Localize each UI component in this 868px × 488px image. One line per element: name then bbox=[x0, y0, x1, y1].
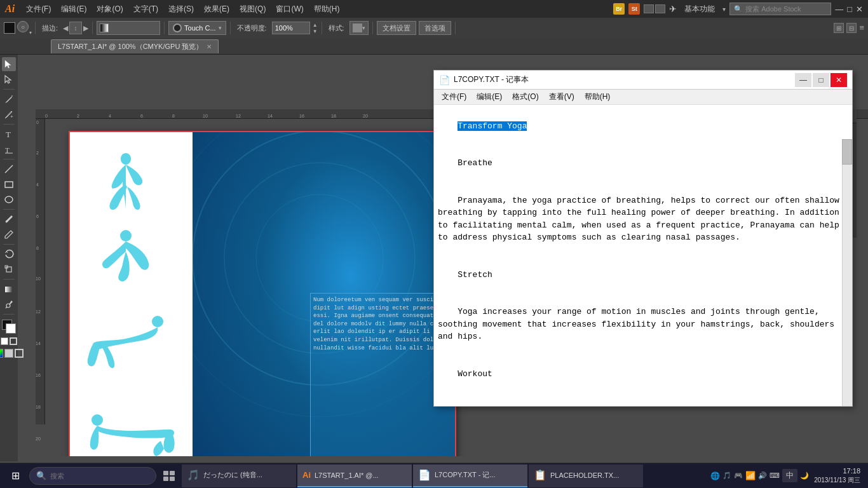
notepad-maximize-button[interactable]: □ bbox=[813, 73, 829, 87]
more-options-icon[interactable]: ≡ bbox=[859, 23, 864, 33]
color-boxes[interactable] bbox=[2, 320, 16, 334]
menu-window[interactable]: 窗口(W) bbox=[272, 3, 307, 16]
taskbar-app-notepad[interactable]: 📄 L7COPY.TXT - 记... bbox=[413, 464, 527, 487]
notepad-minimize-button[interactable]: — bbox=[795, 73, 811, 87]
notepad-window: 📄 L7COPY.TXT - 记事本 — □ ✕ 文件(F) 编辑(E) 格式(… bbox=[433, 70, 853, 407]
notepad-content[interactable]: Transform Yoga Breathe Pranayama, the yo… bbox=[434, 105, 852, 406]
tray-icon-6[interactable]: ⌨ bbox=[770, 471, 780, 480]
svg-point-6 bbox=[5, 196, 13, 203]
add-anchor-tool[interactable]: + bbox=[2, 107, 16, 121]
gradient-fill[interactable] bbox=[97, 21, 160, 35]
start-button[interactable]: ⊞ bbox=[3, 464, 28, 487]
panel-toggle-1[interactable]: ⊞ bbox=[834, 23, 844, 33]
show-desktop-button[interactable] bbox=[862, 464, 865, 487]
eyedropper-tool[interactable] bbox=[2, 297, 16, 311]
ruler-left: 0 2 4 6 8 10 12 14 16 18 20 bbox=[36, 119, 45, 424]
taskbar-app-placeholder[interactable]: 📋 PLACEHOLDER.TX... bbox=[529, 464, 643, 487]
svg-line-4 bbox=[5, 165, 13, 173]
svg-rect-7 bbox=[6, 267, 11, 272]
menu-file[interactable]: 文件(F) bbox=[22, 3, 55, 16]
fill-color-box[interactable] bbox=[4, 22, 15, 34]
menu-effect[interactable]: 效果(E) bbox=[200, 3, 233, 16]
opacity-stepper[interactable]: ▲ ▼ bbox=[313, 22, 318, 34]
style-box[interactable]: ▾ bbox=[349, 21, 369, 35]
text-tool[interactable]: T bbox=[2, 127, 16, 141]
menu-help[interactable]: 帮助(H) bbox=[310, 3, 344, 16]
pen-tool[interactable] bbox=[2, 92, 16, 106]
gradient-tool[interactable] bbox=[2, 282, 16, 296]
layout-buttons[interactable] bbox=[644, 4, 665, 13]
taskbar-search-input[interactable] bbox=[50, 472, 146, 480]
menu-edit[interactable]: 编辑(E) bbox=[57, 3, 90, 16]
taskbar-app-illustrator[interactable]: Ai L7START_1.AI* @... bbox=[297, 464, 412, 487]
document-canvas: Num doloreetum ven sequam ver suscipisti… bbox=[69, 131, 456, 456]
doc-settings-button[interactable]: 文档设置 bbox=[377, 21, 416, 35]
chevron-workspace[interactable]: ▾ bbox=[722, 6, 726, 13]
notepad-scrollbar[interactable] bbox=[842, 139, 852, 406]
direct-select-tool[interactable] bbox=[2, 72, 16, 86]
task-view-button[interactable] bbox=[158, 464, 180, 487]
tab-close-icon[interactable]: ✕ bbox=[207, 43, 212, 50]
svg-rect-5 bbox=[5, 182, 13, 187]
taskbar-search[interactable]: 🔍 bbox=[29, 467, 156, 485]
svg-rect-20 bbox=[163, 477, 168, 481]
document-tab[interactable]: L7START_1.AI* @ 100%（CMYK/GPU 预览） ✕ bbox=[51, 39, 219, 53]
restore-icon[interactable]: □ bbox=[847, 4, 852, 14]
stock-search[interactable]: 🔍 搜索 Adobe Stock bbox=[729, 3, 831, 15]
np-menu-file[interactable]: 文件(F) bbox=[437, 90, 471, 104]
touch-button[interactable]: Touch C... ▾ bbox=[168, 21, 226, 35]
stroke-control[interactable]: ◀ ↕ ▶ bbox=[63, 22, 88, 34]
notepad-body-2: Yoga increases your range of motion in m… bbox=[438, 307, 839, 341]
input-method-icon[interactable]: 🌙 bbox=[800, 471, 809, 480]
rect-tool[interactable] bbox=[2, 177, 16, 191]
panel-toggle-2[interactable]: ⊟ bbox=[846, 23, 857, 33]
select-tool[interactable] bbox=[2, 57, 16, 71]
taskbar-app-music[interactable]: 🎵 だったのに (纯音... bbox=[182, 464, 296, 487]
tray-icon-3[interactable]: 🎮 bbox=[734, 471, 743, 480]
brush-tool-icon[interactable] bbox=[2, 212, 16, 226]
np-menu-help[interactable]: 帮助(H) bbox=[580, 90, 616, 104]
svg-point-13 bbox=[92, 414, 103, 426]
notepad-close-button[interactable]: ✕ bbox=[831, 73, 847, 87]
menu-object[interactable]: 对象(O) bbox=[93, 3, 126, 16]
notepad-menubar: 文件(F) 编辑(E) 格式(O) 查看(V) 帮助(H) bbox=[434, 90, 852, 105]
bridge-icon[interactable]: Br bbox=[613, 3, 625, 15]
close-icon[interactable]: ✕ bbox=[856, 4, 863, 14]
yoga-left-panel bbox=[69, 131, 193, 456]
ellipse-tool[interactable] bbox=[2, 193, 16, 207]
stroke-circle-icon bbox=[173, 24, 182, 32]
rotate-tool[interactable] bbox=[2, 247, 16, 261]
yoga-figure-3 bbox=[81, 312, 177, 376]
color-mode-icons[interactable] bbox=[0, 349, 24, 358]
preferences-button[interactable]: 首选项 bbox=[419, 21, 451, 35]
tray-icon-5[interactable]: 🔊 bbox=[758, 471, 767, 480]
yoga-figure-2 bbox=[85, 229, 167, 293]
menu-text[interactable]: 文字(T) bbox=[130, 3, 162, 16]
minimize-icon[interactable]: — bbox=[835, 4, 843, 14]
stock-icon[interactable]: St bbox=[628, 3, 640, 15]
np-menu-edit[interactable]: 编辑(E) bbox=[471, 90, 507, 104]
tray-icon-1[interactable]: 🌐 bbox=[710, 471, 720, 480]
menu-view[interactable]: 视图(Q) bbox=[236, 3, 269, 16]
np-menu-view[interactable]: 查看(V) bbox=[544, 90, 580, 104]
pencil-tool[interactable] bbox=[2, 227, 16, 241]
notepad-window-buttons: — □ ✕ bbox=[795, 73, 847, 87]
language-indicator[interactable]: 中 bbox=[782, 469, 797, 482]
line-tool[interactable] bbox=[2, 162, 16, 176]
opacity-input[interactable] bbox=[272, 22, 310, 34]
arrange-icon[interactable]: ✈ bbox=[669, 4, 677, 14]
tray-icon-4[interactable]: 📶 bbox=[745, 471, 756, 480]
notepad-scroll-thumb[interactable] bbox=[842, 139, 852, 165]
sep2 bbox=[92, 22, 93, 34]
tray-icon-2[interactable]: 🎵 bbox=[722, 471, 731, 480]
sep4 bbox=[230, 22, 231, 34]
text-area-tool[interactable]: T bbox=[2, 142, 16, 156]
scale-tool[interactable] bbox=[2, 262, 16, 276]
workspace-menu[interactable]: 基本功能 bbox=[681, 3, 719, 16]
system-clock[interactable]: 17:18 2013/11/13 周三 bbox=[814, 466, 860, 485]
brush-tool[interactable]: ○ ▾ bbox=[17, 21, 31, 35]
yoga-figure-4 bbox=[81, 398, 180, 456]
menu-select[interactable]: 选择(S) bbox=[165, 3, 198, 16]
np-menu-format[interactable]: 格式(O) bbox=[507, 90, 543, 104]
fill-stroke-toggle[interactable] bbox=[1, 337, 17, 345]
